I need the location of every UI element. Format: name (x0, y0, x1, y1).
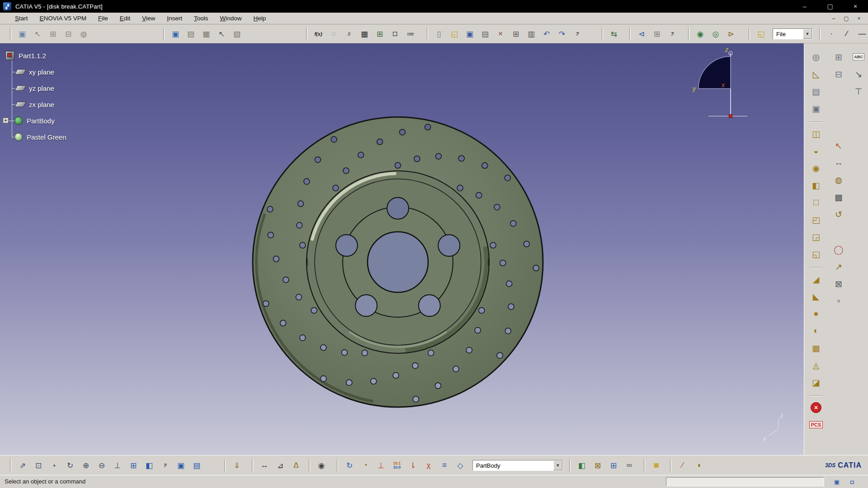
drill-hole[interactable] (475, 327, 481, 333)
copy-icon[interactable]: ⊞ (509, 28, 522, 40)
whats-this-icon[interactable]: ? (571, 28, 584, 40)
drill-hole[interactable] (342, 350, 348, 356)
body-combo-dropdown-icon[interactable]: ▼ (553, 460, 562, 470)
pcs-icon[interactable]: PCS (809, 418, 823, 432)
print-icon[interactable]: ▤ (479, 28, 491, 40)
tree-item-zx-plane[interactable]: zx plane (14, 99, 54, 110)
links-icon[interactable]: ◔ (359, 459, 372, 472)
measure-inertia-icon[interactable]: Δ (290, 459, 302, 472)
zoom-out-icon[interactable]: ⊖ (95, 459, 108, 472)
zoom-in-icon[interactable]: ⊕ (80, 459, 92, 472)
drill-hole[interactable] (331, 136, 337, 142)
doc-close-button[interactable]: × (854, 14, 864, 23)
tree-item-partbody[interactable]: PartBody (14, 115, 55, 127)
globe-edit-icon[interactable]: ◉ (694, 28, 707, 40)
spellcheck-icon[interactable]: ABC (853, 53, 864, 61)
drill-hole[interactable] (346, 380, 352, 385)
drill-hole[interactable] (300, 242, 306, 248)
texture-icon[interactable]: ⊠ (591, 459, 604, 472)
drill-hole[interactable] (371, 378, 377, 384)
frame-copy-icon[interactable]: ⊞ (47, 28, 59, 40)
drill-hole[interactable] (395, 163, 401, 169)
drill-hole[interactable] (494, 204, 500, 210)
bolt-hole[interactable] (438, 235, 460, 256)
drill-hole[interactable] (333, 185, 339, 191)
smooth-icon[interactable]: ∞ (623, 459, 636, 472)
drill-hole[interactable] (268, 232, 274, 238)
drill-hole[interactable] (304, 178, 310, 184)
frame-new-icon[interactable]: ▣ (16, 28, 28, 40)
globe-icon[interactable]: ◎ (709, 28, 722, 40)
menu-item-start[interactable]: Start (9, 13, 34, 23)
paste-special-icon[interactable]: ▣ (169, 28, 182, 40)
multi-view-icon[interactable]: ⊞ (127, 459, 140, 472)
pointer-icon[interactable]: ↖ (215, 28, 228, 40)
pan-icon[interactable]: + (48, 459, 61, 472)
catalog2-icon[interactable]: ◍ (831, 173, 846, 187)
cut-icon[interactable]: × (494, 28, 507, 40)
compass[interactable]: zyx (692, 46, 747, 118)
drill-hole[interactable] (414, 156, 420, 162)
sketcher-icon[interactable]: ◺ (809, 67, 823, 81)
center-hole[interactable] (368, 232, 428, 292)
drill-hole[interactable] (273, 256, 279, 262)
drill-hole[interactable] (506, 281, 512, 286)
drill-hole[interactable] (412, 363, 418, 369)
power-input-field[interactable] (666, 477, 824, 486)
point-icon[interactable]: · (825, 28, 838, 40)
drill-hole[interactable] (524, 241, 529, 247)
brake-disk[interactable] (253, 117, 543, 407)
contextual-help-icon[interactable]: ↘ (851, 67, 866, 81)
open-icon[interactable]: ◱ (448, 28, 461, 40)
drill-hole[interactable] (298, 201, 304, 206)
drill-hole[interactable] (500, 260, 506, 266)
solid-prism-icon[interactable]: ◇ (454, 459, 467, 472)
shell-icon[interactable]: ◧ (809, 178, 823, 192)
compass-plane[interactable] (698, 56, 731, 89)
drill-hole[interactable] (311, 308, 317, 314)
send-mail-icon[interactable]: ⊲ (635, 28, 648, 40)
menu-item-enovia-v5-vpm[interactable]: ENOVIA V5 VPM (34, 13, 93, 23)
comment-cloud-icon[interactable]: ◌ (327, 28, 340, 40)
measure-item-icon[interactable]: ⊿ (274, 459, 287, 472)
rotate-icon[interactable]: ↻ (64, 459, 76, 472)
lock-icon[interactable]: ◘ (389, 28, 401, 40)
tree-item-pastel-green[interactable]: Pastel Green (14, 131, 66, 143)
minimize-button[interactable]: – (792, 0, 817, 13)
mirror-icon[interactable]: ◐ (809, 324, 823, 338)
drill-hole[interactable] (435, 153, 441, 159)
view-mode-icon[interactable]: ? (159, 459, 171, 472)
units-icon[interactable]: 10.110.0 (391, 459, 403, 472)
knowledge-inspector-icon[interactable]: 8 (343, 28, 355, 40)
paste-format-icon[interactable]: ⊞ (831, 50, 846, 64)
drill-hole[interactable] (505, 175, 510, 181)
tree-root[interactable]: Part1.1.2 (5, 50, 46, 61)
expand-plus-icon[interactable]: + (3, 117, 9, 123)
fly-mode-icon[interactable]: ⇗ (16, 459, 29, 472)
drill-hole[interactable] (508, 304, 514, 310)
bolt-hole[interactable] (387, 197, 409, 219)
normal-view-icon[interactable]: ⊥ (111, 459, 124, 472)
select-tool-icon[interactable]: ↖ (31, 28, 44, 40)
sew-surface-icon[interactable]: ⇂ (406, 459, 419, 472)
fillet-icon[interactable]: ◣ (809, 289, 823, 304)
update-icon[interactable]: ↻ (343, 459, 356, 472)
drill-hole[interactable] (393, 372, 399, 378)
drill-hole[interactable] (296, 294, 302, 300)
viewport-3d[interactable]: zyxzy Part1.1.2xy planeyz planezx planeP… (0, 43, 804, 455)
tree-item-xy-plane[interactable]: xy plane (14, 66, 54, 78)
shading-view-icon[interactable]: ◧ (143, 459, 156, 472)
file-combo-dropdown-icon[interactable]: ▼ (803, 29, 812, 39)
undo-icon[interactable]: ↶ (540, 28, 553, 40)
context-help-icon[interactable]: ? (666, 28, 679, 40)
screen-icon[interactable]: ▣ (175, 459, 187, 472)
new-document-icon[interactable]: ▯ (433, 28, 445, 40)
rib-icon[interactable]: ◲ (809, 230, 823, 244)
relations-icon[interactable]: ≔ (404, 28, 417, 40)
drill-hole[interactable] (321, 345, 326, 351)
drill-hole[interactable] (479, 308, 485, 314)
scale-transform-icon[interactable]: ◬ (809, 358, 823, 372)
drill-hole[interactable] (263, 301, 269, 307)
export-data-icon[interactable]: ⊳ (725, 28, 737, 40)
plane-tool-icon[interactable]: — (856, 28, 868, 40)
